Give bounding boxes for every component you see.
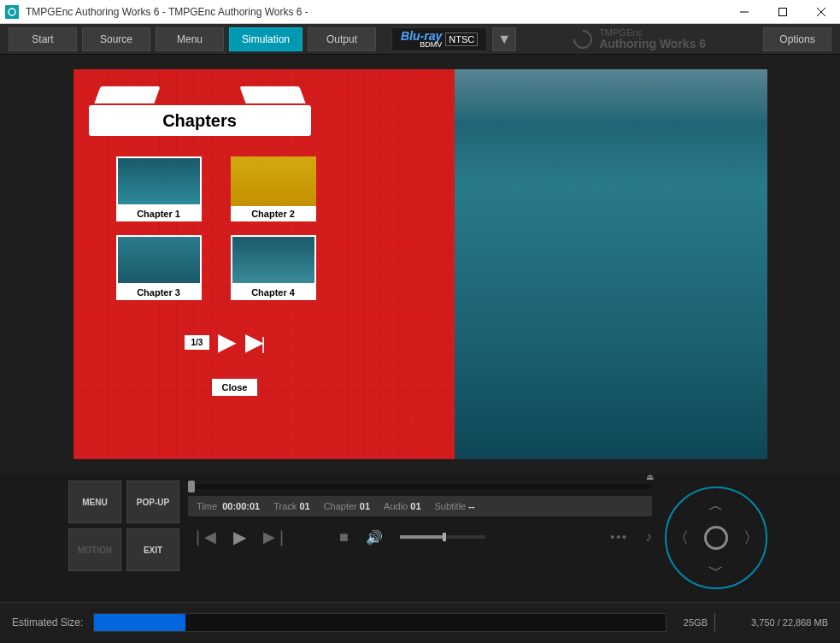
- remote-popup-button[interactable]: POP-UP: [126, 481, 179, 523]
- menu-nav-row: 1/3 ▶ ▶|: [185, 330, 266, 354]
- tab-simulation[interactable]: Simulation: [229, 27, 303, 51]
- prev-icon[interactable]: ❘◀: [191, 528, 216, 546]
- close-button[interactable]: [802, 0, 840, 24]
- subtitle-label: Subtitle: [435, 501, 467, 511]
- chapters-title: Chapters: [89, 105, 311, 136]
- disc-type-indicator: Blu-ray BDMV NTSC: [391, 27, 487, 51]
- time-value: 00:00:01: [222, 501, 260, 511]
- music-icon[interactable]: ♪: [645, 529, 652, 545]
- menu-play-icon[interactable]: ▶: [218, 330, 237, 354]
- remote-motion-button[interactable]: MOTION: [68, 528, 121, 571]
- chapters-grid: Chapter 1 Chapter 2 Chapter 3 Chapter 4: [116, 156, 316, 304]
- svg-rect-2: [778, 8, 786, 15]
- status-bar: Estimated Size: 25GB 3,750 / 22,868 MB: [0, 602, 840, 641]
- app-icon: [5, 5, 19, 19]
- disc-type-dropdown[interactable]: ▼: [492, 27, 516, 51]
- chapter-thumb: [116, 156, 202, 206]
- dpad-container: ︿ ﹀ 〈 〉: [661, 481, 772, 595]
- dpad-left-icon[interactable]: 〈: [673, 528, 689, 548]
- chapter-label: Chapter 4: [231, 285, 316, 300]
- seek-thumb[interactable]: [188, 481, 195, 493]
- volume-thumb[interactable]: [443, 533, 446, 541]
- more-icon[interactable]: •••: [610, 530, 628, 544]
- toolbar: Start Source Menu Simulation Output Blu-…: [0, 24, 840, 55]
- minimize-button[interactable]: [725, 0, 763, 24]
- disc-standard: NTSC: [445, 32, 478, 46]
- menu-next-icon[interactable]: ▶|: [245, 330, 265, 354]
- titlebar: TMPGEnc Authoring Works 6 - TMPGEnc Auth…: [0, 0, 840, 24]
- size-meter: [93, 613, 666, 632]
- time-label: Time: [197, 501, 217, 511]
- track-value: 01: [299, 501, 309, 511]
- next-icon[interactable]: ▶❘: [263, 528, 288, 546]
- chapter-label: Chapter 2: [231, 206, 316, 221]
- seek-bar[interactable]: ⏏: [188, 484, 652, 489]
- page-indicator: 1/3: [185, 335, 210, 350]
- dpad-up-icon[interactable]: ︿: [708, 495, 724, 516]
- audio-value: 01: [410, 501, 420, 511]
- playback-panel: ⏏ Time 00:00:01 Track 01 Chapter 01 Audi…: [188, 481, 652, 595]
- tab-start[interactable]: Start: [9, 27, 77, 51]
- subtitle-value: --: [468, 501, 474, 511]
- size-total: 3,750 / 22,868 MB: [725, 617, 828, 628]
- volume-slider[interactable]: [400, 535, 485, 539]
- remote-exit-button[interactable]: EXIT: [126, 528, 179, 571]
- preview-area: Chapters Chapter 1 Chapter 2 Chapter 3 C…: [0, 55, 840, 474]
- play-icon[interactable]: ▶: [233, 527, 246, 547]
- remote-buttons: MENU POP-UP MOTION EXIT: [68, 481, 179, 595]
- brand: TMPGEnc Authoring Works 6: [521, 28, 758, 50]
- stop-icon[interactable]: ■: [339, 528, 349, 546]
- track-label: Track: [273, 501, 297, 511]
- window-title: TMPGEnc Authoring Works 6 - TMPGEnc Auth…: [26, 6, 308, 18]
- estimated-size-label: Estimated Size:: [12, 616, 83, 628]
- chapter-thumb: [231, 235, 316, 285]
- transport-controls: ❘◀ ▶ ▶❘ ■ 🔊 ••• ♪: [188, 523, 652, 547]
- dpad-ok-button[interactable]: [704, 526, 728, 550]
- volume-icon[interactable]: 🔊: [366, 529, 383, 546]
- menu-close-button[interactable]: Close: [212, 379, 258, 396]
- dpad-down-icon[interactable]: ﹀: [708, 560, 724, 581]
- svg-point-0: [9, 9, 15, 15]
- disc-capacity: 25GB: [677, 613, 715, 632]
- tab-output[interactable]: Output: [308, 27, 376, 51]
- size-fill: [94, 614, 185, 631]
- chapter-thumb: [116, 235, 202, 285]
- playback-info: Time 00:00:01 Track 01 Chapter 01 Audio …: [188, 496, 652, 516]
- dpad-right-icon[interactable]: 〉: [743, 528, 759, 548]
- chapter-value: 01: [360, 501, 370, 511]
- brand-logo-icon: [570, 26, 596, 52]
- disc-preview[interactable]: Chapters Chapter 1 Chapter 2 Chapter 3 C…: [73, 69, 767, 459]
- audio-label: Audio: [384, 501, 408, 511]
- chapter-thumb: [231, 156, 316, 206]
- chapter-item-3[interactable]: Chapter 3: [116, 235, 202, 304]
- remote-menu-button[interactable]: MENU: [68, 481, 121, 523]
- chapter-item-2[interactable]: Chapter 2: [231, 156, 316, 225]
- chapter-item-4[interactable]: Chapter 4: [231, 235, 316, 304]
- chapter-label: Chapter 3: [116, 285, 202, 300]
- chapter-label: Chapter 1: [116, 206, 202, 221]
- simulation-controls: MENU POP-UP MOTION EXIT ⏏ Time 00:00:01 …: [0, 474, 840, 602]
- tab-source[interactable]: Source: [82, 27, 150, 51]
- dpad: ︿ ﹀ 〈 〉: [665, 487, 767, 589]
- eject-icon[interactable]: ⏏: [646, 472, 654, 481]
- options-button[interactable]: Options: [763, 27, 831, 51]
- tab-menu[interactable]: Menu: [156, 27, 224, 51]
- brand-bottom: Authoring Works 6: [599, 38, 706, 50]
- chapter-label: Chapter: [324, 501, 357, 511]
- maximize-button[interactable]: [763, 0, 802, 24]
- chapter-item-1[interactable]: Chapter 1: [116, 156, 202, 225]
